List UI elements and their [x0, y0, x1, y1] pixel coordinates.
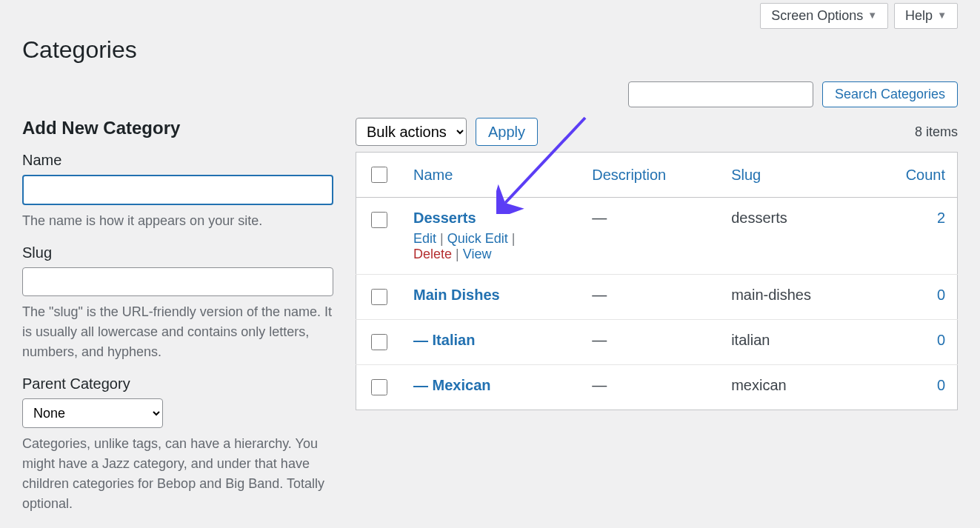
description-cell: — [580, 198, 719, 275]
apply-button[interactable]: Apply [476, 118, 538, 146]
table-row: Main Dishes—main-dishes0 [356, 275, 958, 320]
delete-link[interactable]: Delete [413, 247, 452, 261]
slug-cell: italian [719, 320, 867, 365]
category-name-input[interactable] [22, 175, 333, 205]
category-name-link[interactable]: Desserts [413, 210, 476, 226]
description-cell: — [580, 275, 719, 320]
column-count[interactable]: Count [867, 153, 957, 198]
select-all-checkbox[interactable] [371, 167, 387, 183]
search-input[interactable] [628, 81, 813, 107]
count-link[interactable]: 2 [937, 210, 945, 226]
name-description: The name is how it appears on your site. [22, 211, 333, 231]
screen-options-button[interactable]: Screen Options▼ [760, 3, 888, 29]
search-categories-button[interactable]: Search Categories [822, 81, 958, 107]
row-checkbox[interactable] [371, 289, 387, 305]
parent-category-select[interactable]: None [22, 398, 163, 428]
slug-cell: main-dishes [719, 275, 867, 320]
add-new-category-heading: Add New Category [22, 118, 333, 138]
column-slug[interactable]: Slug [719, 153, 867, 198]
parent-label: Parent Category [22, 375, 333, 392]
edit-link[interactable]: Edit [413, 231, 436, 246]
description-cell: — [580, 320, 719, 365]
count-link[interactable]: 0 [937, 287, 945, 303]
table-row: — Italian—italian0 [356, 320, 958, 365]
name-label: Name [22, 152, 333, 169]
count-link[interactable]: 0 [937, 377, 945, 393]
items-count: 8 items [915, 124, 958, 140]
chevron-down-icon: ▼ [867, 10, 877, 21]
view-link[interactable]: View [463, 247, 492, 261]
slug-cell: mexican [719, 365, 867, 410]
slug-cell: desserts [719, 198, 867, 275]
chevron-down-icon: ▼ [937, 10, 947, 21]
page-title: Categories [22, 36, 958, 64]
slug-description: The "slug" is the URL-friendly version o… [22, 302, 333, 362]
column-description[interactable]: Description [580, 153, 719, 198]
category-name-link[interactable]: Italian [433, 332, 476, 348]
quick-edit-link[interactable]: Quick Edit [447, 231, 508, 246]
table-row: — Mexican—mexican0 [356, 365, 958, 410]
table-row: DessertsEdit | Quick Edit | Delete | Vie… [356, 198, 958, 275]
row-checkbox[interactable] [371, 334, 387, 350]
parent-description: Categories, unlike tags, can have a hier… [22, 434, 333, 514]
indent-dash: — [413, 377, 433, 393]
indent-dash: — [413, 332, 433, 348]
row-checkbox[interactable] [371, 212, 387, 228]
category-slug-input[interactable] [22, 267, 333, 296]
count-link[interactable]: 0 [937, 332, 945, 348]
bulk-actions-select[interactable]: Bulk actions [356, 118, 467, 146]
description-cell: — [580, 365, 719, 410]
slug-label: Slug [22, 244, 333, 261]
category-name-link[interactable]: Main Dishes [413, 287, 500, 303]
help-button[interactable]: Help▼ [894, 3, 958, 29]
column-name[interactable]: Name [401, 153, 580, 198]
category-name-link[interactable]: Mexican [433, 377, 491, 393]
row-actions: Edit | Quick Edit | Delete | View [413, 231, 568, 262]
row-checkbox[interactable] [371, 379, 387, 395]
categories-table: Name Description Slug Count DessertsEdit… [356, 152, 958, 410]
